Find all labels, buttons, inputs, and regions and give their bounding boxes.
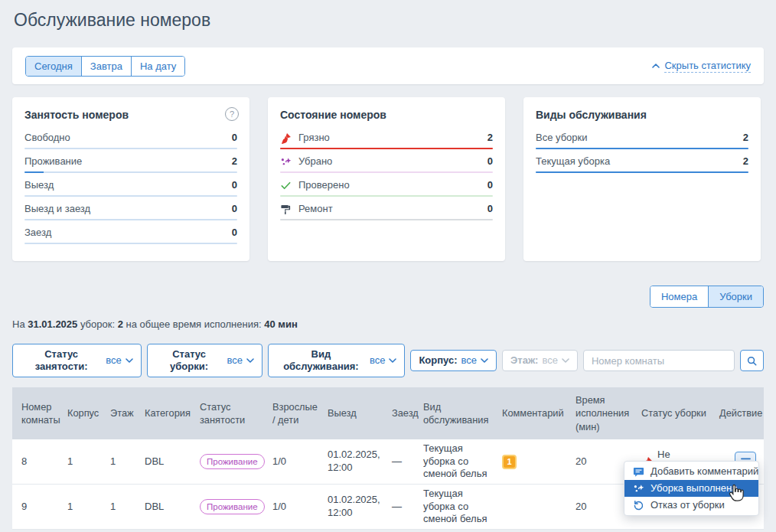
cleanings-summary: На 31.01.2025 уборок: 2 на общее время и… [12,318,764,330]
header-guests: Взрослые / дети [266,387,321,439]
stat-row-living: Проживание2 [24,154,237,173]
roller-icon [280,204,292,215]
chevron-down-icon [126,357,133,364]
header-duration: Время исполнения (мин) [569,387,635,439]
header-building: Корпус [61,387,104,439]
stat-row-all-cleanings: Все уборки2 [536,130,748,149]
toggle-cleanings[interactable]: Уборки [708,286,763,307]
filter-cleaning-status[interactable]: Статус уборки:все [147,344,262,377]
occupancy-status-pill: Проживание [200,454,265,470]
brush-icon [280,132,292,144]
stat-row-checkout: Выезд0 [24,178,237,197]
occupancy-status-pill: Проживание [200,499,265,515]
stat-row-checkin: Заезд0 [24,225,237,244]
progress-track [24,243,237,244]
menu-item-add-comment[interactable]: Добавить комментарий [624,463,758,480]
stat-row-checked: Проверено 0 [280,178,493,197]
header-occupancy-status: Статус занятости [194,387,266,439]
filter-floor: Этаж:все [502,350,578,371]
header-room-number: Номер комнаты [12,387,61,439]
stat-row-current-cleaning: Текущая уборка2 [536,154,748,173]
header-cleaning-status: Статус уборки [635,387,713,439]
hide-statistics-label: Скрыть статистику [664,60,751,73]
tab-on-date[interactable]: На дату [131,57,184,76]
hide-statistics-link[interactable]: Скрыть статистику [652,60,751,73]
chevron-down-icon [246,357,254,364]
header-service-type: Вид обслуживания [417,387,496,439]
stat-row-dirty: Грязно 2 [280,130,493,149]
tab-tomorrow[interactable]: Завтра [81,57,131,76]
table-header-row: Номер комнаты Корпус Этаж Категория Стат… [12,387,764,439]
service-types-card-title: Виды обслуживания [536,109,748,121]
stat-row-cleaned: Убрано 0 [280,154,493,173]
progress-track [280,171,493,173]
occupancy-card: Занятость номеров ? Свободно0 Проживание… [12,97,249,261]
cell-room: 9 [12,485,61,530]
room-state-card-title: Состояние номеров [280,109,493,121]
tab-today[interactable]: Сегодня [26,57,81,76]
room-state-card: Состояние номеров Грязно 2 [268,97,505,261]
summary-count: 2 [118,318,123,330]
room-number-search-input[interactable] [583,350,735,371]
progress-track [280,148,493,149]
statistics-cards: Занятость номеров ? Свободно0 Проживание… [12,97,764,261]
service-types-card: Виды обслуживания Все уборки2 Текущая уб… [523,97,761,261]
occupancy-card-title: Занятость номеров [24,109,237,121]
view-toggle-group: Номера Уборки [650,286,764,308]
room-state-rows: Грязно 2 Убрано 0 [280,130,493,220]
chevron-up-icon [652,63,660,69]
progress-track [24,219,237,220]
search-button[interactable] [740,350,764,371]
sparkles-icon [633,483,644,494]
date-toolbar: Сегодня Завтра На дату Скрыть статистику [12,47,764,84]
header-category: Категория [139,387,194,439]
cell-room: 8 [12,439,61,485]
filter-service-type[interactable]: Вид обслуживания:все [268,344,406,377]
header-checkin: Заезд [386,387,417,439]
chevron-down-icon [389,357,396,364]
header-action: Действие [713,387,764,439]
service-types-rows: Все уборки2 Текущая уборка2 [536,130,748,173]
comment-icon [633,466,644,478]
occupancy-rows: Свободно0 Проживание2 Выезд0 Выезд и зае… [24,130,237,244]
progress-track [536,171,748,173]
stat-row-checkout-checkin: Выезд и заезд0 [24,201,237,220]
summary-duration: 40 мин [264,318,298,330]
undo-icon [633,500,644,511]
progress-track [24,171,237,173]
progress-track [280,195,493,197]
filter-building[interactable]: Корпус:все [410,350,497,371]
stat-row-free: Свободно0 [24,130,237,149]
check-icon [280,180,292,191]
progress-track [280,219,493,220]
search-icon [746,355,758,367]
filter-occupancy-status[interactable]: Статус занятости:все [12,344,142,377]
date-tab-group: Сегодня Завтра На дату [25,56,185,77]
sparkles-icon [280,156,292,168]
view-toggle-row: Номера Уборки [12,286,764,308]
help-icon[interactable]: ? [225,107,239,121]
summary-date: 31.01.2025 [28,318,77,330]
header-checkout: Выезд [321,387,386,439]
chevron-down-icon [562,357,569,364]
progress-track [536,148,748,149]
header-floor: Этаж [104,387,139,439]
progress-track [24,195,237,197]
hand-cursor-icon [727,481,746,504]
room-service-page: Обслуживание номеров Сегодня Завтра На д… [0,0,776,532]
stat-row-repair: Ремонт 0 [280,201,493,220]
filter-bar: Статус занятости:все Статус уборки:все В… [12,344,764,377]
page-title: Обслуживание номеров [14,10,764,31]
comment-count-badge[interactable]: 1 [502,455,517,469]
progress-track [24,148,237,149]
header-comment: Комментарий [496,387,569,439]
toggle-rooms[interactable]: Номера [650,286,708,307]
chevron-down-icon [481,357,488,364]
